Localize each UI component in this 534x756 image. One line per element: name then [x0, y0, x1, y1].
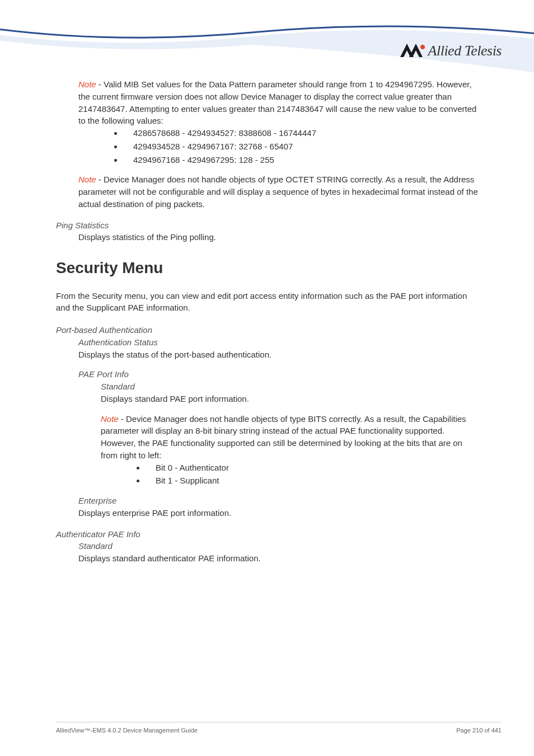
svg-point-2 [420, 45, 425, 49]
auth-status-body: Displays the status of the port-based au… [78, 349, 478, 361]
note-body: - Valid MIB Set values for the Data Patt… [78, 79, 476, 125]
note-octet-string: Note - Device Manager does not handle ob… [78, 173, 478, 210]
pae-standard-title: Standard [101, 381, 478, 393]
auth-pae-standard-body: Displays standard authenticator PAE info… [78, 552, 478, 565]
bullet-item: 4294967168 - 4294967295: 128 - 255 [123, 154, 478, 166]
footer-left: AlliedView™-EMS 4.0.2 Device Management … [56, 727, 198, 734]
bullet-item: Bit 1 - Supplicant [146, 475, 478, 487]
pae-port-info-title: PAE Port Info [78, 368, 478, 381]
logo-mark-icon [400, 44, 425, 58]
note-bullets: 4286578688 - 4294934527: 8388608 - 16744… [123, 127, 478, 166]
brand-logo: Allied Telesis [400, 43, 502, 59]
auth-pae-title: Authenticator PAE Info [56, 528, 478, 541]
enterprise-title: Enterprise [78, 495, 478, 507]
page-content: Note - Valid MIB Set values for the Data… [56, 78, 478, 565]
auth-status-title: Authentication Status [78, 336, 478, 349]
note-label: Note [101, 414, 119, 424]
security-menu-heading: Security Menu [56, 257, 478, 280]
header-swoosh [0, 0, 534, 73]
enterprise-body: Displays enterprise PAE port information… [78, 507, 478, 519]
bullet-item: 4294934528 - 4294967167: 32768 - 65407 [123, 140, 478, 153]
security-intro: From the Security menu, you can view and… [56, 290, 478, 314]
auth-pae-standard-title: Standard [78, 540, 478, 552]
bullet-item: 4286578688 - 4294934527: 8388608 - 16744… [123, 127, 478, 139]
note-label: Note [78, 175, 96, 184]
page-footer: AlliedView™-EMS 4.0.2 Device Management … [56, 722, 502, 734]
svg-marker-1 [409, 44, 423, 57]
ping-statistics-body: Displays statistics of the Ping polling. [78, 231, 478, 243]
note-body: - Device Manager does not handle objects… [78, 175, 478, 209]
note-body: - Device Manager does not handle objects… [101, 414, 466, 460]
footer-right: Page 210 of 441 [456, 727, 502, 734]
pba-title: Port-based Authentication [56, 324, 478, 336]
note-bullets: Bit 0 - Authenticator Bit 1 - Supplicant [146, 462, 478, 487]
note-label: Note [78, 79, 96, 89]
pae-standard-body: Displays standard PAE port information. [101, 393, 478, 405]
ping-statistics-title: Ping Statistics [56, 219, 478, 232]
note-data-pattern: Note - Valid MIB Set values for the Data… [78, 78, 478, 166]
note-bits: Note - Device Manager does not handle ob… [101, 413, 478, 487]
bullet-item: Bit 0 - Authenticator [146, 462, 478, 474]
logo-text: Allied Telesis [428, 43, 502, 59]
